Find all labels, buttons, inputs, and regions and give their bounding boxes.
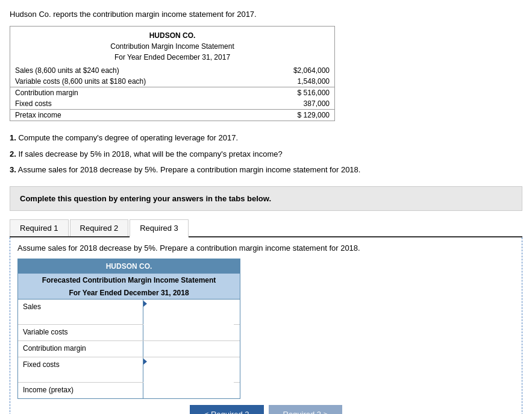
forecast-row-income: Income (pretax) bbox=[18, 383, 240, 398]
forecast-variable-label: Variable costs bbox=[18, 325, 143, 340]
forecast-variable-input[interactable] bbox=[143, 325, 240, 340]
forecast-row-contribution: Contribution margin bbox=[18, 341, 240, 357]
statement-company: HUDSON CO. bbox=[15, 30, 330, 41]
statement-title: Contribution Margin Income Statement bbox=[15, 41, 330, 52]
contribution-label: Contribution margin bbox=[15, 89, 269, 97]
forecast-row-sales: Sales bbox=[18, 300, 240, 325]
forecast-row-variable: Variable costs bbox=[18, 325, 240, 341]
forecast-income-input[interactable] bbox=[143, 383, 240, 398]
complete-box: Complete this question by entering your … bbox=[10, 186, 522, 211]
variable-label: Variable costs (8,600 units at $180 each… bbox=[15, 77, 269, 86]
intro-text: Hudson Co. reports the contribution marg… bbox=[10, 10, 522, 19]
fixed-value: 387,000 bbox=[269, 99, 330, 108]
statement-header: HUDSON CO. Contribution Margin Income St… bbox=[10, 27, 334, 65]
tab3-instruction: Assume sales for 2018 decrease by 5%. Pr… bbox=[17, 243, 515, 252]
forecast-contribution-cell bbox=[143, 341, 240, 357]
question-2: 2. If sales decrease by 5% in 2018, what… bbox=[10, 147, 522, 162]
statement-row-variable: Variable costs (8,600 units at $180 each… bbox=[10, 76, 334, 87]
variable-value: 1,548,000 bbox=[269, 77, 330, 86]
pretax-label: Pretax income bbox=[15, 111, 269, 119]
forecast-contribution-label: Contribution margin bbox=[18, 341, 143, 357]
question-3: 3. Assume sales for 2018 decrease by 5%.… bbox=[10, 163, 522, 178]
statement-period: For Year Ended December 31, 2017 bbox=[15, 52, 330, 63]
questions-section: 1. Compute the company's degree of opera… bbox=[10, 131, 522, 178]
forecast-title: Forecasted Contribution Margin Income St… bbox=[18, 274, 240, 287]
sales-marker-icon bbox=[143, 301, 147, 307]
forecast-sales-cell bbox=[143, 300, 240, 324]
fixed-marker-icon bbox=[143, 359, 147, 365]
forecast-income-cell bbox=[143, 383, 240, 398]
contribution-value: $ 516,000 bbox=[269, 89, 330, 97]
bottom-nav: < Required 2 Required 3 > bbox=[17, 405, 515, 414]
tab-required1[interactable]: Required 1 bbox=[10, 219, 69, 236]
income-statement: HUDSON CO. Contribution Margin Income St… bbox=[10, 26, 335, 121]
next-button[interactable]: Required 3 > bbox=[269, 405, 343, 414]
fixed-label: Fixed costs bbox=[15, 99, 269, 108]
tab-required3[interactable]: Required 3 bbox=[130, 219, 189, 237]
statement-row-fixed: Fixed costs 387,000 bbox=[10, 98, 334, 110]
forecast-contribution-input[interactable] bbox=[143, 341, 240, 357]
forecast-income-label: Income (pretax) bbox=[18, 383, 143, 398]
forecast-table: HUDSON CO. Forecasted Contribution Margi… bbox=[17, 259, 240, 399]
tab-required2[interactable]: Required 2 bbox=[70, 219, 129, 236]
tabs-container: Required 1 Required 2 Required 3 bbox=[10, 219, 522, 237]
forecast-fixed-label: Fixed costs bbox=[18, 357, 143, 382]
pretax-value: $ 129,000 bbox=[269, 111, 330, 119]
sales-label: Sales (8,600 units at $240 each) bbox=[15, 66, 269, 75]
complete-text: Complete this question by entering your … bbox=[20, 194, 271, 203]
forecast-period: For Year Ended December 31, 2018 bbox=[18, 287, 240, 300]
statement-row-sales: Sales (8,600 units at $240 each) $2,064,… bbox=[10, 65, 334, 76]
forecast-fixed-cell bbox=[143, 357, 240, 382]
prev-button[interactable]: < Required 2 bbox=[190, 405, 264, 414]
forecast-sales-label: Sales bbox=[18, 300, 143, 324]
sales-value: $2,064,000 bbox=[269, 66, 330, 75]
forecast-company: HUDSON CO. bbox=[18, 259, 240, 274]
tab3-content: Assume sales for 2018 decrease by 5%. Pr… bbox=[10, 237, 522, 414]
question-1: 1. Compute the company's degree of opera… bbox=[10, 131, 522, 146]
forecast-row-fixed: Fixed costs bbox=[18, 357, 240, 383]
statement-row-pretax: Pretax income $ 129,000 bbox=[10, 110, 334, 121]
forecast-variable-cell bbox=[143, 325, 240, 340]
statement-row-contribution: Contribution margin $ 516,000 bbox=[10, 87, 334, 98]
